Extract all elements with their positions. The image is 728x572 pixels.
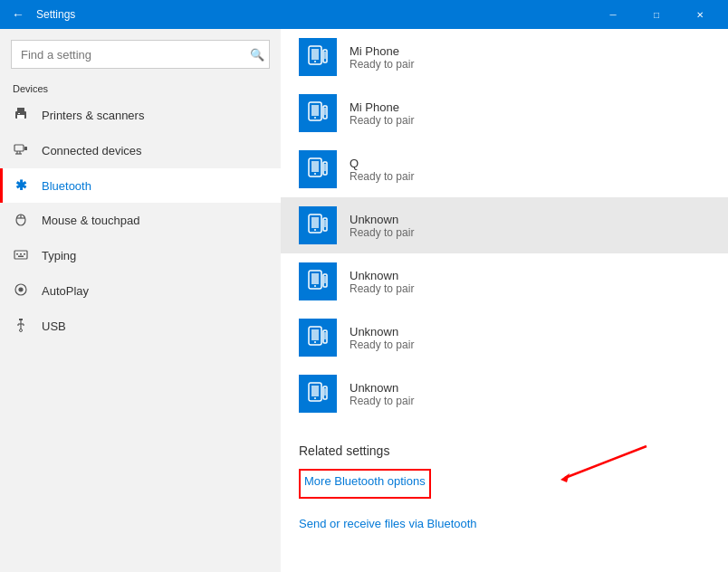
arrow-container: More Bluetooth options	[299, 469, 710, 499]
device-icon	[299, 375, 337, 413]
svg-rect-14	[20, 253, 22, 255]
sidebar-item-connected[interactable]: Connected devices	[0, 133, 281, 168]
svg-point-57	[314, 397, 316, 399]
app-body: 🔍 Devices Printers & scanners Connected …	[0, 29, 728, 572]
device-item[interactable]: UnknownReady to pair	[281, 197, 728, 253]
sidebar-item-mouse[interactable]: Mouse & touchpad	[0, 203, 281, 238]
section-label: Devices	[0, 76, 281, 98]
svg-line-60	[565, 446, 647, 478]
bluetooth-label: Bluetooth	[42, 179, 91, 193]
annotation-arrow	[547, 442, 656, 487]
svg-rect-3	[18, 113, 20, 114]
svg-rect-16	[18, 256, 24, 258]
bluetooth-icon: ✱	[13, 177, 29, 194]
svg-point-52	[314, 341, 316, 343]
device-info: UnknownReady to pair	[350, 269, 414, 295]
device-item[interactable]: Mi PhoneReady to pair	[281, 85, 728, 141]
svg-rect-34	[324, 108, 326, 115]
close-button[interactable]: ✕	[679, 0, 721, 29]
sidebar-item-usb[interactable]: USB	[0, 309, 281, 344]
sidebar-item-typing[interactable]: Typing	[0, 238, 281, 273]
device-info: QReady to pair	[350, 157, 414, 183]
back-button[interactable]: ←	[7, 4, 29, 25]
connected-label: Connected devices	[42, 144, 142, 157]
search-container: 🔍	[11, 40, 270, 69]
device-name: Mi Phone	[350, 44, 414, 58]
svg-rect-59	[324, 388, 326, 396]
device-status: Ready to pair	[350, 170, 414, 183]
svg-point-24	[20, 329, 23, 332]
sidebar: 🔍 Devices Printers & scanners Connected …	[0, 29, 281, 572]
svg-rect-2	[17, 115, 24, 119]
sidebar-item-bluetooth[interactable]: ✱ Bluetooth	[0, 168, 281, 203]
device-item[interactable]: UnknownReady to pair	[281, 310, 728, 366]
device-info: Mi PhoneReady to pair	[350, 44, 414, 71]
svg-rect-29	[324, 52, 326, 59]
svg-rect-39	[324, 164, 326, 171]
search-icon: 🔍	[250, 48, 264, 62]
related-settings: Related settings More Bluetooth options …	[281, 422, 728, 545]
svg-rect-36	[311, 161, 319, 172]
typing-label: Typing	[42, 249, 76, 262]
svg-rect-5	[24, 147, 27, 150]
device-icon	[299, 262, 337, 300]
autoplay-label: AutoPlay	[42, 284, 89, 298]
send-receive-link[interactable]: Send or receive files via Bluetooth	[299, 517, 477, 530]
device-status: Ready to pair	[350, 58, 414, 71]
svg-rect-1	[17, 108, 24, 112]
svg-point-37	[314, 173, 316, 175]
device-info: UnknownReady to pair	[350, 325, 414, 351]
svg-marker-61	[560, 473, 570, 482]
svg-rect-46	[311, 273, 319, 284]
device-status: Ready to pair	[350, 114, 414, 127]
more-bluetooth-highlight: More Bluetooth options	[299, 469, 431, 499]
sidebar-item-printers[interactable]: Printers & scanners	[0, 98, 281, 133]
device-item[interactable]: QReady to pair	[281, 141, 728, 197]
mouse-icon	[13, 212, 29, 229]
device-icon	[299, 94, 337, 132]
svg-point-42	[314, 229, 316, 231]
svg-rect-41	[311, 217, 319, 228]
content-area: Mi PhoneReady to pair Mi PhoneReady to p…	[281, 29, 728, 572]
svg-point-47	[314, 285, 316, 287]
svg-point-18	[19, 288, 23, 291]
device-name: Unknown	[350, 325, 414, 338]
device-name: Unknown	[350, 381, 414, 395]
usb-icon	[13, 318, 29, 335]
usb-label: USB	[42, 319, 66, 333]
svg-rect-51	[311, 329, 319, 340]
svg-rect-19	[19, 319, 23, 320]
device-name: Unknown	[350, 213, 414, 226]
minimize-button[interactable]: ─	[592, 0, 634, 29]
sidebar-item-autoplay[interactable]: AutoPlay	[0, 273, 281, 309]
device-name: Mi Phone	[350, 100, 414, 114]
device-name: Unknown	[350, 269, 414, 282]
connected-icon	[13, 142, 29, 159]
device-icon	[299, 319, 337, 357]
typing-icon	[13, 247, 29, 264]
maximize-button[interactable]: □	[636, 0, 677, 29]
device-item[interactable]: UnknownReady to pair	[281, 253, 728, 310]
device-list: Mi PhoneReady to pair Mi PhoneReady to p…	[281, 29, 728, 422]
device-item[interactable]: Mi PhoneReady to pair	[281, 29, 728, 85]
printers-icon	[13, 107, 29, 124]
device-item[interactable]: UnknownReady to pair	[281, 366, 728, 422]
svg-point-27	[314, 61, 316, 62]
device-icon	[299, 206, 337, 244]
svg-rect-13	[16, 253, 18, 255]
device-status: Ready to pair	[350, 395, 414, 407]
window-controls: ─ □ ✕	[592, 0, 721, 29]
more-bluetooth-link[interactable]: More Bluetooth options	[304, 474, 426, 488]
device-icon	[299, 150, 337, 188]
svg-rect-15	[24, 253, 25, 255]
title-bar: ← Settings ─ □ ✕	[0, 0, 728, 29]
svg-rect-54	[324, 332, 326, 339]
device-status: Ready to pair	[350, 226, 414, 239]
svg-rect-44	[324, 220, 326, 227]
device-info: UnknownReady to pair	[350, 213, 414, 239]
printers-label: Printers & scanners	[42, 109, 144, 122]
search-input[interactable]	[11, 40, 270, 69]
device-info: Mi PhoneReady to pair	[350, 100, 414, 127]
device-icon	[299, 38, 337, 76]
device-info: UnknownReady to pair	[350, 381, 414, 407]
